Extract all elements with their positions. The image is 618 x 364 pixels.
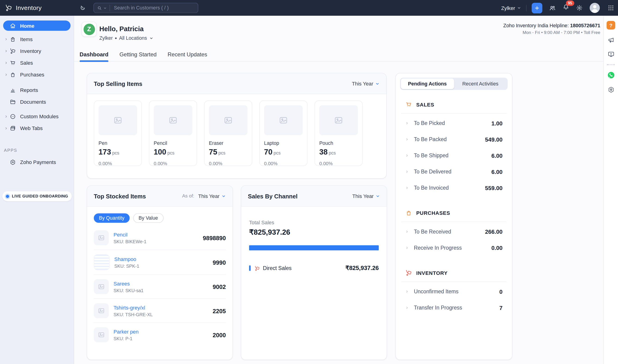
separator-dot — [115, 38, 117, 39]
tab-dashboard[interactable]: Dashboard — [80, 47, 108, 61]
inventory-logo-icon — [5, 4, 13, 12]
sidebar-item-web-tabs[interactable]: Web Tabs — [0, 122, 74, 134]
top-selling-item[interactable]: Laptop 70pcs 0.00% — [259, 101, 307, 166]
toggle-by-value[interactable]: By Value — [133, 213, 163, 223]
sidebar-item-documents[interactable]: Documents — [0, 96, 74, 108]
apps-grid-icon[interactable] — [607, 4, 615, 12]
user-avatar[interactable] — [589, 2, 600, 13]
stocked-item-row: Tshirts-grey/xl SKU: TSH-GRE-XL 2205 — [94, 299, 226, 323]
chevron-down-icon — [149, 36, 153, 40]
integrations-plug-icon[interactable] — [607, 86, 615, 93]
period-selector[interactable]: This Year — [352, 81, 380, 87]
sidebar: Home Items Inventory Sales Purchases Rep… — [0, 16, 74, 364]
tab-pending-actions[interactable]: Pending Actions — [401, 78, 454, 89]
pending-row-to-be-received[interactable]: To Be Received 266.00 — [396, 223, 512, 240]
channel-value: ₹825,937.26 — [345, 265, 379, 272]
whatsapp-icon[interactable] — [607, 71, 615, 79]
chevron-down-icon — [376, 194, 380, 198]
top-selling-item[interactable]: Pouch 38pcs 0.00% — [314, 101, 362, 166]
onboarding-dot — [6, 195, 9, 198]
item-link[interactable]: Parker pen — [114, 329, 139, 335]
toggle-by-quantity[interactable]: By Quantity — [94, 213, 129, 223]
total-sales-value: ₹825,937.26 — [249, 228, 379, 237]
period-selector[interactable]: As of: This Year — [182, 193, 226, 199]
quick-create-button[interactable] — [532, 2, 542, 13]
location-label: All Locations — [119, 36, 147, 41]
pending-row-unconfirmed-items[interactable]: Unconfirmed Items 0 — [396, 284, 512, 300]
sidebar-item-items[interactable]: Items — [0, 33, 74, 45]
sidebar-item-purchases[interactable]: Purchases — [0, 69, 74, 80]
top-selling-item[interactable]: Pencil 100pcs 0.00% — [149, 101, 197, 166]
tab-recent-updates[interactable]: Recent Updates — [167, 47, 207, 61]
section-divider — [401, 221, 506, 222]
sidebar-item-inventory[interactable]: Inventory — [0, 45, 74, 57]
image-icon — [97, 307, 105, 314]
helpline: Zoho Inventory India Helpline: 180057266… — [503, 23, 600, 35]
demo-video-icon[interactable] — [607, 51, 615, 58]
pending-row-receive-in-progress[interactable]: Receive In Progress 0.00 — [396, 240, 512, 256]
stocked-item-row: Pencil SKU: BIKEWe-1 9898890 — [94, 226, 226, 249]
tab-getting-started[interactable]: Getting Started — [120, 47, 157, 61]
section-divider — [401, 282, 506, 282]
sidebar-item-custom-modules[interactable]: Custom Modules — [0, 111, 74, 122]
top-selling-item[interactable]: Eraser 75pcs 0.00% — [204, 101, 252, 166]
helpline-hours: Mon - Fri • 9:00 AM - 7:00 PM • Toll Fre… — [503, 30, 600, 35]
pending-row-to-be-picked[interactable]: To Be Picked 1.00 — [396, 115, 512, 131]
live-guided-onboarding-button[interactable]: LIVE GUIDED ONBOARDING — [2, 191, 72, 201]
top-selling-item[interactable]: Pen 173pcs 0.00% — [94, 101, 142, 166]
global-search[interactable] — [93, 3, 198, 13]
chevron-right-icon — [4, 115, 8, 118]
dashboard-tabs: Dashboard Getting Started Recent Updates — [74, 47, 604, 61]
image-icon — [113, 115, 123, 125]
item-image-placeholder — [99, 105, 137, 135]
sidebar-item-zoho-payments[interactable]: Zoho Payments — [0, 156, 74, 168]
tab-recent-activities[interactable]: Recent Activities — [454, 78, 507, 89]
announcements-icon[interactable] — [607, 36, 615, 44]
sidebar-item-home[interactable]: Home — [3, 21, 71, 31]
sales-cart-icon — [405, 101, 412, 108]
items-icon — [10, 36, 16, 42]
help-button[interactable]: ? — [606, 21, 615, 30]
direct-sales-icon — [254, 265, 260, 271]
search-input[interactable] — [113, 5, 198, 11]
section-header-purchases: PURCHASES — [405, 209, 502, 217]
item-sku: SKU: SPK-1 — [114, 263, 139, 268]
avatar-icon — [589, 2, 600, 13]
notifications-button[interactable]: 95 — [562, 3, 569, 12]
refresh-icon[interactable] — [80, 5, 86, 11]
stocked-item-row: Parker pen SKU: P-1 2000 — [94, 323, 226, 347]
chevron-right-icon — [405, 170, 409, 173]
org-switcher[interactable]: Zylker — [501, 5, 521, 11]
pending-row-to-be-shipped[interactable]: To Be Shipped 6.00 — [396, 148, 512, 164]
image-icon — [97, 331, 105, 338]
pending-row-to-be-delivered[interactable]: To Be Delivered 6.00 — [396, 164, 512, 180]
pending-row-transfer-in-progress[interactable]: Transfer In Progress 7 — [396, 300, 512, 316]
users-icon[interactable] — [549, 4, 556, 12]
image-icon — [97, 283, 105, 291]
item-link[interactable]: Tshirts-grey/xl — [114, 305, 153, 311]
pending-row-to-be-packed[interactable]: To Be Packed 549.00 — [396, 131, 512, 148]
card-title: Top Selling Items — [94, 80, 142, 87]
org-logo-z: Z — [83, 24, 95, 35]
notification-badge: 95 — [566, 0, 574, 6]
inventory-dolly-icon — [405, 269, 412, 276]
sidebar-item-reports[interactable]: Reports — [0, 84, 74, 96]
sidebar-item-sales[interactable]: Sales — [0, 57, 74, 69]
change-percent: 0.00% — [319, 161, 358, 167]
period-selector[interactable]: This Year — [352, 193, 380, 199]
helpline-number: 18005726671 — [570, 23, 600, 28]
item-sku: SKU: BIKEWe-1 — [114, 239, 147, 244]
item-link[interactable]: Sarees — [114, 281, 144, 287]
purchases-bag-icon — [10, 71, 16, 78]
item-link[interactable]: Pencil — [114, 232, 147, 238]
pending-actions-panel: Pending Actions Recent Activities SALES … — [395, 73, 512, 360]
settings-gear-icon[interactable] — [576, 4, 583, 12]
search-divider — [110, 5, 110, 11]
pending-row-to-be-invoiced[interactable]: To Be Invoiced 559.00 — [396, 180, 512, 196]
item-thumbnail — [94, 279, 109, 294]
location-selector[interactable]: Zylker All Locations — [99, 36, 153, 41]
item-link[interactable]: Shampoo — [114, 256, 139, 262]
item-quantity: 9990 — [213, 259, 226, 266]
search-scope-chevron-icon[interactable] — [103, 6, 107, 10]
change-percent: 0.00% — [264, 161, 303, 167]
